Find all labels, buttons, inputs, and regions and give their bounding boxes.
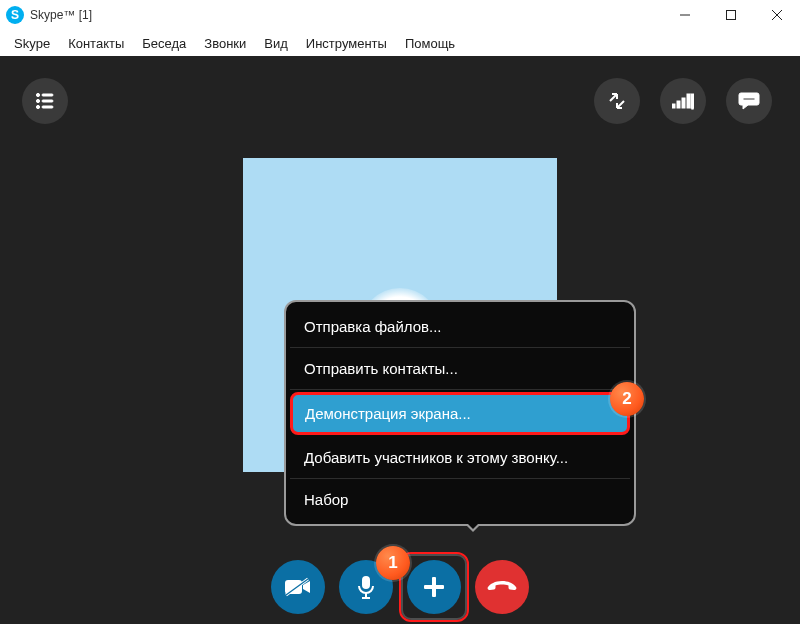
expand-icon [608, 92, 626, 110]
svg-point-8 [36, 105, 39, 108]
hangup-button[interactable] [475, 560, 529, 614]
svg-rect-13 [687, 94, 690, 108]
window-title: Skype™ [1] [30, 8, 92, 22]
menu-item-view[interactable]: Вид [256, 34, 296, 53]
svg-point-6 [36, 99, 39, 102]
svg-rect-24 [424, 585, 444, 589]
plus-icon [423, 576, 445, 598]
plus-button[interactable] [407, 560, 461, 614]
menubar: Skype Контакты Беседа Звонки Вид Инструм… [0, 30, 800, 56]
svg-rect-1 [727, 11, 736, 20]
close-button[interactable] [754, 0, 800, 30]
maximize-button[interactable] [708, 0, 754, 30]
svg-text:!: ! [691, 101, 694, 110]
menu-item-send-files[interactable]: Отправка файлов... [290, 306, 630, 348]
window-controls [662, 0, 800, 30]
plus-context-menu: Отправка файлов... Отправить контакты...… [284, 300, 636, 526]
svg-rect-7 [42, 100, 53, 102]
annotation-badge-2: 2 [610, 382, 644, 416]
fullscreen-button[interactable] [594, 78, 640, 124]
svg-point-4 [36, 93, 39, 96]
plus-button-wrapper [407, 560, 461, 614]
svg-rect-21 [365, 593, 367, 597]
titlebar: S Skype™ [1] [0, 0, 800, 30]
chat-button[interactable] [726, 78, 772, 124]
svg-rect-5 [42, 94, 53, 96]
menu-item-conversation[interactable]: Беседа [134, 34, 194, 53]
menu-item-dialpad[interactable]: Набор [290, 479, 630, 520]
svg-rect-22 [362, 597, 370, 599]
call-quality-button[interactable]: ! [660, 78, 706, 124]
call-list-button[interactable] [22, 78, 68, 124]
svg-rect-16 [743, 98, 755, 100]
call-area: ! Отправка файлов... Отправить контакты.… [0, 56, 800, 624]
menu-item-calls[interactable]: Звонки [196, 34, 254, 53]
mic-icon [357, 575, 375, 599]
menu-item-add-participants[interactable]: Добавить участников к этому звонку... [290, 437, 630, 479]
chat-bubble-icon [738, 91, 760, 111]
minimize-button[interactable] [662, 0, 708, 30]
svg-rect-20 [362, 576, 370, 589]
svg-rect-12 [682, 98, 685, 108]
menu-item-share-screen[interactable]: Демонстрация экрана... [290, 392, 630, 435]
list-icon [35, 93, 55, 109]
menu-item-skype[interactable]: Skype [6, 34, 58, 53]
annotation-badge-1: 1 [376, 546, 410, 580]
menu-item-help[interactable]: Помощь [397, 34, 463, 53]
signal-bars-icon: ! [672, 92, 694, 110]
video-toggle-button[interactable] [271, 560, 325, 614]
svg-rect-9 [42, 106, 53, 108]
video-off-icon [284, 577, 312, 597]
skype-logo-icon: S [6, 6, 24, 24]
svg-rect-11 [677, 101, 680, 108]
svg-rect-10 [672, 104, 675, 108]
menu-item-send-contacts[interactable]: Отправить контакты... [290, 348, 630, 390]
hangup-icon [487, 579, 517, 595]
menu-item-tools[interactable]: Инструменты [298, 34, 395, 53]
menu-item-contacts[interactable]: Контакты [60, 34, 132, 53]
